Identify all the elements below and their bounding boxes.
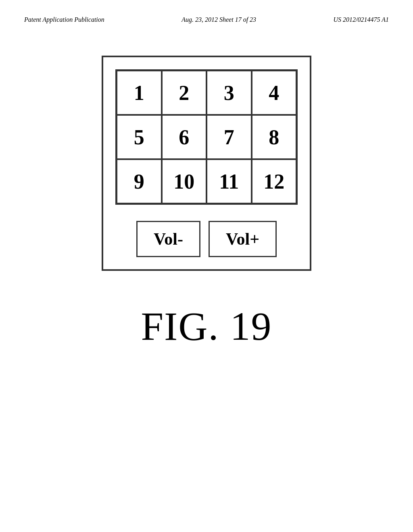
- grid-cell-6[interactable]: 6: [162, 115, 207, 159]
- vol-plus-button[interactable]: Vol+: [209, 221, 277, 257]
- vol-minus-button[interactable]: Vol-: [136, 221, 200, 257]
- header-patent-number: US 2012/0214475 A1: [334, 16, 389, 23]
- grid-cell-10[interactable]: 10: [162, 159, 207, 204]
- grid-cell-5[interactable]: 5: [117, 115, 162, 159]
- figure-label: FIG. 19: [141, 303, 272, 349]
- page-header: Patent Application Publication Aug. 23, …: [0, 0, 413, 31]
- grid-cell-2[interactable]: 2: [162, 71, 207, 115]
- grid-cell-3[interactable]: 3: [206, 71, 252, 115]
- grid-cell-4[interactable]: 4: [252, 71, 297, 115]
- main-content: 1 2 3 4 5 6 7 8 9 10 11 12 Vol- Vol+ FIG…: [0, 31, 413, 349]
- device-diagram: 1 2 3 4 5 6 7 8 9 10 11 12 Vol- Vol+: [102, 56, 311, 271]
- volume-controls: Vol- Vol+: [115, 221, 298, 257]
- header-sheet-info: Aug. 23, 2012 Sheet 17 of 23: [181, 16, 256, 23]
- grid-cell-7[interactable]: 7: [206, 115, 252, 159]
- header-publication-label: Patent Application Publication: [24, 16, 104, 23]
- grid-cell-1[interactable]: 1: [117, 71, 162, 115]
- grid-cell-11[interactable]: 11: [206, 159, 252, 204]
- grid-cell-9[interactable]: 9: [117, 159, 162, 204]
- number-grid: 1 2 3 4 5 6 7 8 9 10 11 12: [115, 69, 298, 205]
- grid-cell-12[interactable]: 12: [252, 159, 297, 204]
- grid-cell-8[interactable]: 8: [252, 115, 297, 159]
